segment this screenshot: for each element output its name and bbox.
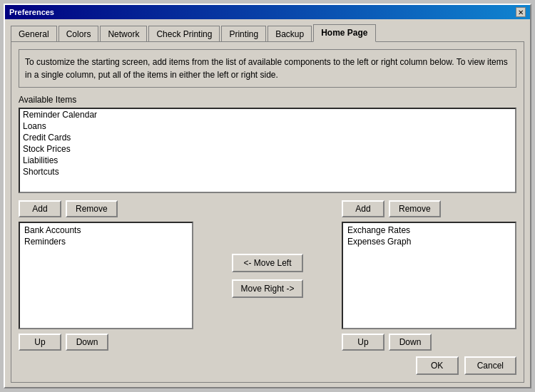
left-list-item[interactable]: Bank Accounts	[21, 225, 190, 236]
tab-panel-home-page: To customize the starting screen, add it…	[11, 41, 524, 383]
left-remove-button[interactable]: Remove	[66, 200, 118, 217]
available-list-item[interactable]: Shortcuts	[20, 166, 515, 177]
left-up-button[interactable]: Up	[19, 334, 61, 351]
left-down-button[interactable]: Down	[66, 334, 108, 351]
left-column-list[interactable]: Bank AccountsReminders	[19, 222, 193, 329]
right-column-list[interactable]: Exchange RatesExpenses Graph	[342, 222, 516, 329]
ok-button[interactable]: OK	[416, 356, 459, 375]
available-list-item[interactable]: Loans	[20, 120, 515, 132]
tab-general[interactable]: General	[11, 26, 57, 42]
right-column: Add Remove Exchange RatesExpenses Graph …	[342, 200, 516, 351]
right-list-item[interactable]: Exchange Rates	[345, 225, 514, 236]
move-left-button[interactable]: <- Move Left	[232, 254, 303, 272]
window-title: Preferences	[9, 8, 54, 16]
preferences-window: Preferences ✕ General Colors Network Che…	[4, 4, 531, 388]
right-btn-row: Add Remove	[342, 200, 516, 217]
left-column: Add Remove Bank AccountsReminders Up Dow…	[19, 200, 193, 351]
right-list-item[interactable]: Expenses Graph	[345, 236, 514, 247]
columns-area: Add Remove Bank AccountsReminders Up Dow…	[19, 200, 516, 351]
tab-printing[interactable]: Printing	[221, 26, 266, 42]
tab-home-page[interactable]: Home Page	[313, 24, 375, 42]
right-up-button[interactable]: Up	[342, 334, 384, 351]
left-updown-row: Up Down	[19, 334, 193, 351]
close-button[interactable]: ✕	[516, 7, 526, 17]
footer-buttons: OK Cancel	[19, 356, 516, 375]
right-remove-button[interactable]: Remove	[389, 200, 441, 217]
tab-bar: General Colors Network Check Printing Pr…	[11, 24, 524, 41]
tab-network[interactable]: Network	[100, 26, 147, 42]
available-items-list[interactable]: Reminder CalendarLoansCredit CardsStock …	[19, 108, 516, 193]
move-right-button[interactable]: Move Right ->	[232, 279, 303, 298]
description-text: To customize the starting screen, add it…	[19, 49, 516, 88]
cancel-button[interactable]: Cancel	[464, 356, 516, 375]
right-add-button[interactable]: Add	[342, 200, 384, 217]
tab-check-printing[interactable]: Check Printing	[148, 26, 220, 42]
left-btn-row: Add Remove	[19, 200, 193, 217]
available-list-item[interactable]: Stock Prices	[20, 143, 515, 155]
right-down-button[interactable]: Down	[389, 334, 432, 351]
tab-colors[interactable]: Colors	[58, 26, 99, 42]
left-add-button[interactable]: Add	[19, 200, 61, 217]
available-list-item[interactable]: Liabilities	[20, 155, 515, 166]
available-items-label: Available Items	[19, 95, 516, 105]
middle-column: <- Move Left Move Right ->	[193, 200, 342, 351]
title-bar: Preferences ✕	[5, 5, 530, 19]
left-list-item[interactable]: Reminders	[21, 236, 190, 247]
available-list-item[interactable]: Reminder Calendar	[20, 109, 515, 120]
available-list-item[interactable]: Credit Cards	[20, 132, 515, 143]
window-content: General Colors Network Check Printing Pr…	[5, 19, 530, 387]
tab-backup[interactable]: Backup	[268, 26, 312, 42]
available-list-items: Reminder CalendarLoansCredit CardsStock …	[20, 109, 515, 177]
right-updown-row: Up Down	[342, 334, 516, 351]
